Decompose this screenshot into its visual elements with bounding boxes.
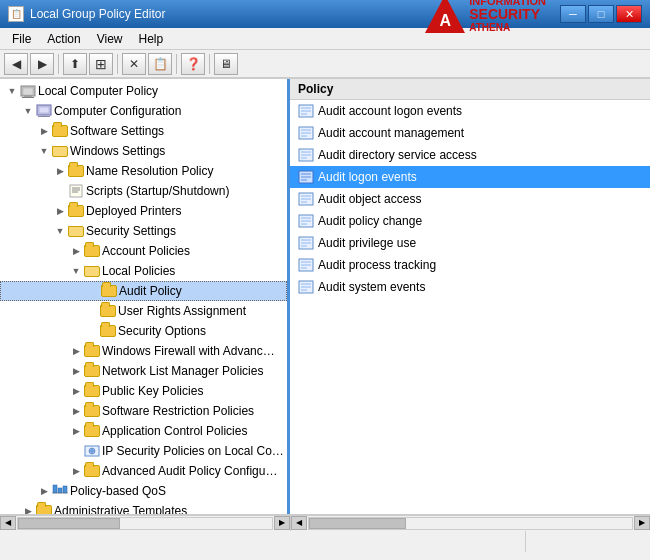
policy-header: Policy (290, 79, 650, 100)
scroll-right-button[interactable]: ▶ (274, 516, 290, 530)
tree-node-app-control[interactable]: ▶ Application Control Policies (0, 421, 287, 441)
ip-security-expand[interactable]: ▶ (68, 443, 84, 459)
deployed-printers-expand[interactable]: ▶ (52, 203, 68, 219)
window-controls[interactable]: ─ □ ✕ (560, 5, 642, 23)
policy-scrollbar-thumb[interactable] (309, 518, 406, 529)
tree-node-scripts[interactable]: ▶ Scripts (Startup/Shutdown) (0, 181, 287, 201)
admin-templates-expand[interactable]: ▶ (20, 503, 36, 514)
policy-item-2[interactable]: Audit directory service access (290, 144, 650, 166)
policy-item-1-icon (298, 125, 314, 141)
back-button[interactable]: ◀ (4, 53, 28, 75)
scripts-expand[interactable]: ▶ (52, 183, 68, 199)
root-icon (20, 83, 36, 99)
tree-root[interactable]: ▼ Local Computer Policy (0, 81, 287, 101)
forward-button[interactable]: ▶ (30, 53, 54, 75)
svg-rect-17 (58, 488, 62, 493)
name-resolution-expand[interactable]: ▶ (52, 163, 68, 179)
tree-node-ip-security[interactable]: ▶ IP Security Policies on Local Co… (0, 441, 287, 461)
root-expand[interactable]: ▼ (4, 83, 20, 99)
ip-security-icon (84, 443, 100, 459)
security-options-icon (100, 323, 116, 339)
tree-node-software-restriction[interactable]: ▶ Software Restriction Policies (0, 401, 287, 421)
tree-node-admin-templates[interactable]: ▶ Administrative Templates (0, 501, 287, 514)
policy-item-6[interactable]: Audit privilege use (290, 232, 650, 254)
software-restriction-expand[interactable]: ▶ (68, 403, 84, 419)
deployed-printers-icon (68, 203, 84, 219)
software-settings-expand[interactable]: ▶ (36, 123, 52, 139)
view-button[interactable]: ⊞ (89, 53, 113, 75)
audit-policy-expand[interactable]: ▶ (85, 283, 101, 299)
menu-help[interactable]: Help (131, 30, 172, 48)
help-button[interactable]: ❓ (181, 53, 205, 75)
tree-node-policy-qos[interactable]: ▶ Policy-based QoS (0, 481, 287, 501)
svg-rect-2 (24, 95, 32, 97)
policy-item-6-label: Audit privilege use (318, 236, 416, 250)
local-policies-expand[interactable]: ▼ (68, 263, 84, 279)
public-key-icon (84, 383, 100, 399)
policy-item-5-icon (298, 213, 314, 229)
policy-scroll-left-button[interactable]: ◀ (291, 516, 307, 530)
menu-file[interactable]: File (4, 30, 39, 48)
policy-item-4[interactable]: Audit object access (290, 188, 650, 210)
account-policies-expand[interactable]: ▶ (68, 243, 84, 259)
maximize-button[interactable]: □ (588, 5, 614, 23)
computer-config-expand[interactable]: ▼ (20, 103, 36, 119)
horizontal-scroll-area[interactable]: ◀ ▶ ◀ ▶ (0, 514, 650, 530)
tree-node-windows-firewall[interactable]: ▶ Windows Firewall with Advanc… (0, 341, 287, 361)
tree-node-deployed-printers[interactable]: ▶ Deployed Printers (0, 201, 287, 221)
minimize-button[interactable]: ─ (560, 5, 586, 23)
policy-scroll-right-button[interactable]: ▶ (634, 516, 650, 530)
local-policies-label: Local Policies (102, 264, 175, 278)
app-control-label: Application Control Policies (102, 424, 247, 438)
tree-node-software-settings[interactable]: ▶ Software Settings (0, 121, 287, 141)
tree-node-name-resolution[interactable]: ▶ Name Resolution Policy (0, 161, 287, 181)
tree-node-account-policies[interactable]: ▶ Account Policies (0, 241, 287, 261)
policy-item-1[interactable]: Audit account management (290, 122, 650, 144)
tree-node-user-rights[interactable]: ▶ User Rights Assignment (0, 301, 287, 321)
tree-node-local-policies[interactable]: ▼ Local Policies (0, 261, 287, 281)
network-list-expand[interactable]: ▶ (68, 363, 84, 379)
close-button[interactable]: ✕ (616, 5, 642, 23)
windows-firewall-expand[interactable]: ▶ (68, 343, 84, 359)
window-title: Local Group Policy Editor (30, 7, 419, 21)
menu-action[interactable]: Action (39, 30, 88, 48)
tree-node-network-list[interactable]: ▶ Network List Manager Policies (0, 361, 287, 381)
name-resolution-icon (68, 163, 84, 179)
tree-node-audit-policy[interactable]: ▶ Audit Policy (0, 281, 287, 301)
policy-item-5[interactable]: Audit policy change (290, 210, 650, 232)
policy-item-7[interactable]: Audit process tracking (290, 254, 650, 276)
tree-pane[interactable]: ▼ Local Computer Policy ▼ (0, 79, 290, 514)
delete-button[interactable]: ✕ (122, 53, 146, 75)
tree-node-security-settings[interactable]: ▼ Security Settings (0, 221, 287, 241)
menu-view[interactable]: View (89, 30, 131, 48)
tree-node-windows-settings[interactable]: ▼ Windows Settings (0, 141, 287, 161)
policy-scrollbar-track[interactable] (308, 517, 633, 530)
user-rights-label: User Rights Assignment (118, 304, 246, 318)
policy-pane[interactable]: Policy Audit account logon events (290, 79, 650, 514)
horizontal-scrollbar-track[interactable] (17, 517, 273, 530)
user-rights-expand[interactable]: ▶ (84, 303, 100, 319)
tree-node-public-key[interactable]: ▶ Public Key Policies (0, 381, 287, 401)
policy-qos-expand[interactable]: ▶ (36, 483, 52, 499)
public-key-expand[interactable]: ▶ (68, 383, 84, 399)
up-button[interactable]: ⬆ (63, 53, 87, 75)
policy-item-8[interactable]: Audit system events (290, 276, 650, 298)
tree-node-security-options[interactable]: ▶ Security Options (0, 321, 287, 341)
windows-settings-expand[interactable]: ▼ (36, 143, 52, 159)
app-control-expand[interactable]: ▶ (68, 423, 84, 439)
policy-item-0[interactable]: Audit account logon events (290, 100, 650, 122)
policy-item-6-icon (298, 235, 314, 251)
tree-node-advanced-audit[interactable]: ▶ Advanced Audit Policy Configu… (0, 461, 287, 481)
tree-node-computer-config[interactable]: ▼ Computer Configuration (0, 101, 287, 121)
export-button[interactable]: 🖥 (214, 53, 238, 75)
security-settings-expand[interactable]: ▼ (52, 223, 68, 239)
scroll-left-button[interactable]: ◀ (0, 516, 16, 530)
app-icon: 📋 (8, 6, 24, 22)
security-options-expand[interactable]: ▶ (84, 323, 100, 339)
properties-button[interactable]: 📋 (148, 53, 172, 75)
toolbar-separator-3 (176, 54, 177, 74)
advanced-audit-expand[interactable]: ▶ (68, 463, 84, 479)
horizontal-scrollbar-thumb[interactable] (18, 518, 120, 529)
policy-item-3[interactable]: Audit logon events (290, 166, 650, 188)
svg-rect-8 (70, 185, 82, 197)
